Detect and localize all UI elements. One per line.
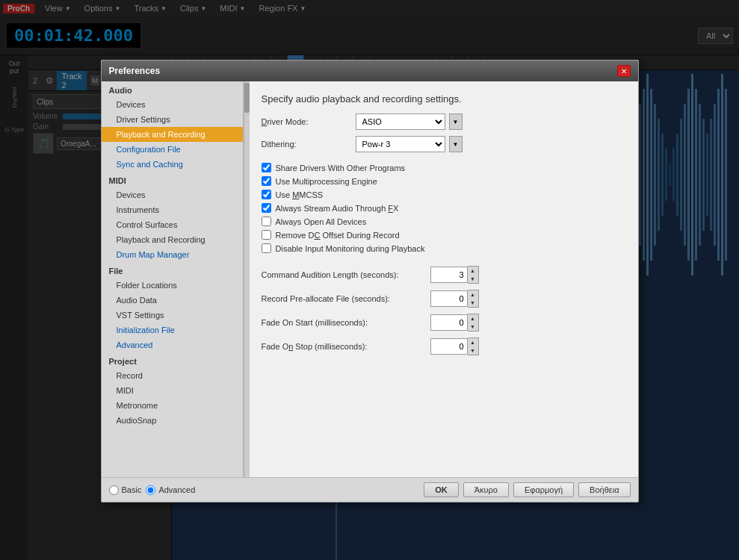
sidebar-item-audio-data[interactable]: Audio Data [102, 293, 243, 308]
apply-button[interactable]: Εφαρμογή [513, 482, 574, 497]
driver-mode-arrow[interactable]: ▼ [449, 113, 463, 130]
fade-on-stop-row: Fade On Stop (milliseconds): ▲ ▼ [262, 337, 626, 355]
fade-on-start-up[interactable]: ▲ [468, 314, 478, 323]
dialog-description: Specify audio playback and recording set… [262, 93, 626, 105]
dialog-main: Specify audio playback and recording set… [250, 81, 638, 477]
basic-radio[interactable] [109, 485, 119, 495]
share-drivers-checkbox[interactable] [262, 163, 271, 172]
sidebar-wrapper: Audio Devices Driver Settings Playback a… [102, 81, 250, 477]
dialog-overlay: Preferences ✕ Audio Devices Driver Setti… [0, 0, 739, 560]
input-monitoring-label: Disable Input Monitoring during Playback [276, 244, 425, 253]
record-prealloc-label: Record Pre-allocate File (seconds): [262, 294, 426, 303]
dc-offset-label: Remove DC Offset During Record [276, 231, 400, 240]
driver-mode-row: Driver Mode: ASIO ▼ [262, 113, 626, 130]
sidebar-item-init-file[interactable]: Initialization File [102, 323, 243, 337]
driver-mode-label: Driver Mode: [262, 117, 351, 126]
help-button[interactable]: Βοήθεια [578, 482, 630, 497]
dialog-titlebar: Preferences ✕ [102, 60, 638, 81]
checkbox-multiprocessing: Use Multiprocessing Engine [262, 176, 626, 186]
sidebar-item-audio-devices[interactable]: Devices [102, 97, 243, 112]
fade-on-stop-up[interactable]: ▲ [468, 338, 478, 346]
sidebar-item-driver-settings[interactable]: Driver Settings [102, 112, 243, 127]
open-devices-checkbox[interactable] [262, 217, 271, 226]
fade-on-stop-input-group: ▲ ▼ [430, 337, 479, 355]
sidebar-item-folder-locations[interactable]: Folder Locations [102, 278, 243, 293]
audition-length-row: Command Audition Length (seconds): ▲ ▼ [262, 266, 626, 284]
sidebar-item-instruments[interactable]: Instruments [102, 202, 243, 217]
fade-on-start-down[interactable]: ▼ [468, 323, 478, 331]
sidebar-item-vst-settings[interactable]: VST Settings [102, 308, 243, 323]
fade-on-start-row: Fade On Start (milliseconds): ▲ ▼ [262, 314, 626, 332]
advanced-radio-option[interactable]: Advanced [146, 485, 195, 495]
driver-mode-select[interactable]: ASIO [356, 113, 445, 130]
multiprocessing-checkbox[interactable] [262, 176, 271, 186]
sidebar-item-midi-devices[interactable]: Devices [102, 187, 243, 202]
midi-section-header: MIDI [102, 172, 243, 187]
fade-on-start-label: Fade On Start (milliseconds): [262, 318, 426, 327]
audition-length-input-group: ▲ ▼ [430, 266, 479, 284]
record-prealloc-spinner: ▲ ▼ [468, 290, 479, 308]
input-monitoring-checkbox[interactable] [262, 243, 271, 253]
record-prealloc-input-group: ▲ ▼ [430, 290, 479, 308]
sidebar-item-config-file[interactable]: Configuration File [102, 142, 243, 157]
record-prealloc-row: Record Pre-allocate File (seconds): ▲ ▼ [262, 290, 626, 308]
record-prealloc-down[interactable]: ▼ [468, 299, 478, 307]
dialog-sidebar: Audio Devices Driver Settings Playback a… [102, 81, 244, 477]
fade-on-start-spinner: ▲ ▼ [468, 314, 479, 332]
mmcss-checkbox[interactable] [262, 190, 271, 199]
basic-label: Basic [122, 485, 142, 494]
file-section-header: File [102, 262, 243, 278]
fade-on-stop-down[interactable]: ▼ [468, 346, 478, 355]
sidebar-item-midi-playback[interactable]: Playback and Recording [102, 232, 243, 247]
preferences-dialog: Preferences ✕ Audio Devices Driver Setti… [101, 60, 639, 503]
sidebar-item-drum-map[interactable]: Drum Map Manager [102, 247, 243, 262]
sidebar-item-audiosnap[interactable]: AudioSnap [102, 413, 243, 428]
dialog-body: Audio Devices Driver Settings Playback a… [102, 81, 638, 477]
close-button[interactable]: ✕ [617, 65, 631, 77]
checkbox-stream-fx: Always Stream Audio Through FX [262, 203, 626, 213]
dithering-label: Dithering: [262, 140, 351, 149]
sidebar-item-sync-caching[interactable]: Sync and Caching [102, 157, 243, 172]
audition-length-label: Command Audition Length (seconds): [262, 270, 426, 279]
dithering-select[interactable]: Pow-r 3 [356, 136, 445, 152]
dithering-arrow[interactable]: ▼ [449, 136, 463, 152]
record-prealloc-up[interactable]: ▲ [468, 290, 478, 299]
basic-radio-option[interactable]: Basic [109, 485, 142, 495]
cancel-button[interactable]: Άκυρο [463, 482, 509, 497]
fade-on-stop-label: Fade On Stop (milliseconds): [262, 342, 426, 351]
sidebar-item-advanced[interactable]: Advanced [102, 337, 243, 352]
fade-on-start-input-group: ▲ ▼ [430, 314, 479, 332]
fade-on-stop-spinner: ▲ ▼ [468, 337, 479, 355]
checkbox-open-devices: Always Open All Devices [262, 217, 626, 226]
audio-section-header: Audio [102, 81, 243, 97]
checkbox-input-monitoring: Disable Input Monitoring during Playback [262, 243, 626, 253]
advanced-radio[interactable] [146, 485, 155, 495]
stream-fx-checkbox[interactable] [262, 203, 271, 213]
project-section-header: Project [102, 352, 243, 368]
sidebar-scrollbar[interactable] [244, 81, 250, 477]
dialog-footer: Basic Advanced OK Άκυρο Εφαρμογή Βοήθεια [102, 477, 638, 502]
multiprocessing-label: Use Multiprocessing Engine [276, 177, 377, 186]
fade-on-stop-input[interactable] [430, 338, 468, 355]
stream-fx-label: Always Stream Audio Through FX [276, 204, 399, 213]
audition-length-up[interactable]: ▲ [468, 267, 478, 275]
open-devices-label: Always Open All Devices [276, 217, 367, 226]
ok-button[interactable]: OK [424, 482, 459, 497]
dialog-title: Preferences [109, 66, 161, 76]
audition-length-input[interactable] [430, 267, 468, 283]
record-prealloc-input[interactable] [430, 290, 468, 307]
sidebar-item-project-midi[interactable]: MIDI [102, 383, 243, 398]
mmcss-label: Use MMCSS [276, 190, 324, 199]
fade-on-start-input[interactable] [430, 314, 468, 331]
scrollbar-thumb[interactable] [244, 83, 250, 113]
dc-offset-checkbox[interactable] [262, 230, 271, 240]
checkbox-mmcss: Use MMCSS [262, 190, 626, 199]
advanced-label: Advanced [158, 485, 195, 494]
sidebar-item-record[interactable]: Record [102, 368, 243, 383]
sidebar-item-control-surfaces[interactable]: Control Surfaces [102, 217, 243, 232]
sidebar-item-metronome[interactable]: Metronome [102, 398, 243, 413]
share-drivers-label: Share Drivers With Other Programs [276, 164, 406, 172]
audition-length-down[interactable]: ▼ [468, 275, 478, 283]
audition-length-spinner: ▲ ▼ [468, 266, 479, 284]
sidebar-item-playback-recording[interactable]: Playback and Recording [102, 127, 243, 142]
